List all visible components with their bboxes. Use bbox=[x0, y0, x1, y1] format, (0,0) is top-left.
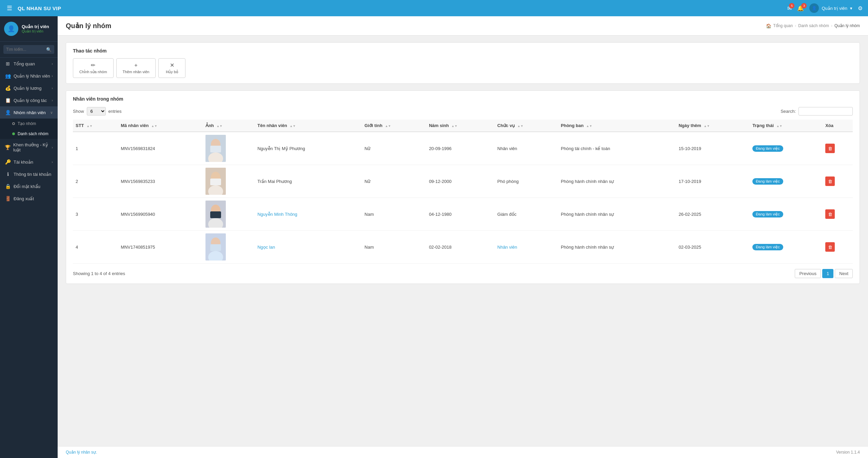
breadcrumb-danh-sach-nhom[interactable]: Danh sách nhóm bbox=[798, 23, 829, 28]
sidebar-item-khen-thuong[interactable]: 🏆 Khen thưởng - Kỷ luật › bbox=[0, 139, 58, 156]
cell-phong-ban: Phòng hành chính nhân sự bbox=[558, 165, 676, 198]
admin-info[interactable]: 👤 Quản trị viên ▾ bbox=[809, 3, 852, 13]
status-badge: Đang làm việc bbox=[752, 211, 783, 217]
cell-ma: MNV1569835233 bbox=[118, 165, 203, 198]
table-title: Nhân viên trong nhóm bbox=[73, 96, 853, 102]
mail-badge: 5 bbox=[789, 3, 794, 8]
table-body: 1 MNV1569831824 Nguyễn Thị Mỹ Phương Nữ … bbox=[73, 132, 853, 264]
sort-icon: ▲▼ bbox=[517, 124, 524, 128]
page-1-button[interactable]: 1 bbox=[822, 269, 833, 278]
content-header: Quản lý nhóm 🏠 Tổng quan › Danh sách nhó… bbox=[58, 16, 868, 36]
cell-stt: 1 bbox=[73, 132, 118, 165]
chinh-sua-nhom-button[interactable]: ✏ Chỉnh sửa nhóm bbox=[73, 58, 114, 78]
entries-label: entries bbox=[108, 109, 122, 114]
data-table: STT ▲▼ Mã nhân viên ▲▼ Ảnh ▲▼ Tên nhân v… bbox=[73, 120, 853, 264]
sidebar-item-label: Đăng xuất bbox=[14, 196, 34, 201]
search-label: Search: bbox=[781, 109, 796, 114]
cell-ngay-them: 17-10-2019 bbox=[676, 165, 750, 198]
sidebar-item-dang-xuat[interactable]: 🚪 Đăng xuất bbox=[0, 192, 58, 205]
sort-icon: ▲▼ bbox=[451, 124, 457, 128]
footer-link[interactable]: Quản lý nhân sự. bbox=[66, 450, 97, 455]
home-icon: 🏠 bbox=[766, 23, 771, 28]
header-left: ☰ QL NHAN SU VIP bbox=[5, 3, 61, 13]
cell-ten: Nguyễn Thị Mỹ Phương bbox=[255, 132, 362, 165]
sidebar-item-thong-tin[interactable]: ℹ Thông tin tài khoản bbox=[0, 168, 58, 180]
sidebar-item-quan-ly-luong[interactable]: 💰 Quản lý lương › bbox=[0, 82, 58, 94]
main-content: Quản lý nhóm 🏠 Tổng quan › Danh sách nhó… bbox=[58, 16, 868, 458]
employee-name-link[interactable]: Ngọc lan bbox=[257, 245, 275, 250]
sidebar-item-nhom-nhan-vien[interactable]: 👤 Nhóm nhân viên ∨ bbox=[0, 106, 58, 119]
sidebar-role: Quản trị viên bbox=[22, 29, 49, 34]
hamburger-button[interactable]: ☰ bbox=[5, 3, 14, 13]
work-icon: 📋 bbox=[5, 98, 11, 103]
svg-rect-3 bbox=[210, 146, 221, 152]
sidebar-item-tao-nhom[interactable]: Tạo nhóm bbox=[0, 119, 58, 129]
cell-anh bbox=[203, 165, 255, 198]
table-search-input[interactable] bbox=[798, 107, 853, 116]
col-nam-sinh: Năm sinh ▲▼ bbox=[426, 120, 495, 132]
sidebar-item-quan-ly-nhan-vien[interactable]: 👥 Quản lý Nhân viên › bbox=[0, 70, 58, 82]
header-right: ✉ 5 🔔 3 👤 Quản trị viên ▾ ⚙ bbox=[787, 3, 863, 13]
sidebar-user: 👤 Quản trị viên Quản trị viên bbox=[0, 16, 58, 42]
admin-avatar: 👤 bbox=[809, 3, 819, 13]
sidebar-item-quan-ly-cong-tac[interactable]: 📋 Quản lý công tác › bbox=[0, 94, 58, 106]
delete-button[interactable]: 🗑 bbox=[825, 242, 835, 252]
settings-button[interactable]: ⚙ bbox=[858, 5, 863, 12]
cell-nam-sinh: 04-12-1980 bbox=[426, 198, 495, 231]
col-anh: Ảnh ▲▼ bbox=[203, 120, 255, 132]
cell-nam-sinh: 09-12-2000 bbox=[426, 165, 495, 198]
sidebar-item-label: Quản lý công tác bbox=[14, 98, 47, 103]
password-icon: 🔒 bbox=[5, 184, 11, 189]
next-button[interactable]: Next bbox=[835, 269, 853, 278]
cell-ma: MNV1569831824 bbox=[118, 132, 203, 165]
content-body: Thao tác nhóm ✏ Chỉnh sửa nhóm + Thêm nh… bbox=[58, 36, 868, 446]
chevron-right-icon: › bbox=[52, 145, 53, 149]
previous-button[interactable]: Previous bbox=[795, 269, 821, 278]
them-label: Thêm nhân viên bbox=[123, 70, 150, 74]
pagination-buttons: Previous 1 Next bbox=[795, 269, 853, 278]
svg-rect-15 bbox=[210, 244, 221, 251]
cell-gioi-tinh: Nam bbox=[362, 198, 426, 231]
sidebar-item-tai-khoan[interactable]: 🔑 Tài khoản › bbox=[0, 156, 58, 168]
them-nhan-vien-button[interactable]: + Thêm nhân viên bbox=[116, 58, 156, 78]
sidebar-item-tong-quan[interactable]: ⊞ Tổng quan › bbox=[0, 58, 58, 70]
pagination-info: Showing 1 to 4 of 4 entries bbox=[73, 271, 125, 276]
bell-button[interactable]: 🔔 3 bbox=[797, 5, 804, 12]
cell-anh bbox=[203, 198, 255, 231]
delete-button[interactable]: 🗑 bbox=[825, 176, 835, 186]
chevron-down-icon: ▾ bbox=[850, 6, 852, 11]
table-row: 3 MNV1569905940 Nguyễn Minh Thông Nam 04… bbox=[73, 198, 853, 231]
cell-trang-thai: Đang làm việc bbox=[750, 132, 823, 165]
sidebar-item-danh-sach-nhom[interactable]: Danh sách nhóm bbox=[0, 129, 58, 139]
employee-photo bbox=[205, 135, 226, 162]
sort-icon: ▲▼ bbox=[290, 124, 296, 128]
sidebar-item-label: Nhóm nhân viên bbox=[14, 110, 46, 115]
col-ten: Tên nhân viên ▲▼ bbox=[255, 120, 362, 132]
sidebar-submenu-nhom: Tạo nhóm Danh sách nhóm bbox=[0, 119, 58, 139]
huy-bo-button[interactable]: ✕ Hủy bỏ bbox=[158, 58, 185, 78]
status-badge: Đang làm việc bbox=[752, 178, 783, 185]
cell-stt: 3 bbox=[73, 198, 118, 231]
delete-button[interactable]: 🗑 bbox=[825, 144, 835, 153]
sort-icon: ▲▼ bbox=[216, 124, 222, 128]
entries-select[interactable]: 6 10 25 50 100 bbox=[87, 107, 106, 116]
top-header: ☰ QL NHAN SU VIP ✉ 5 🔔 3 👤 Quản trị viên… bbox=[0, 0, 868, 16]
action-buttons: ✏ Chỉnh sửa nhóm + Thêm nhân viên ✕ Hủy … bbox=[73, 58, 853, 78]
cell-ngay-them: 02-03-2025 bbox=[676, 231, 750, 264]
breadcrumb-tong-quan[interactable]: Tổng quan bbox=[773, 23, 793, 28]
cell-stt: 4 bbox=[73, 231, 118, 264]
chuc-vu-link[interactable]: Nhân viên bbox=[497, 245, 517, 250]
sort-icon: ▲▼ bbox=[704, 124, 710, 128]
action-section: Thao tác nhóm ✏ Chỉnh sửa nhóm + Thêm nh… bbox=[66, 42, 860, 84]
sidebar-item-doi-mat-khau[interactable]: 🔒 Đổi mật khẩu bbox=[0, 180, 58, 192]
cell-phong-ban: Phòng hành chính nhân sự bbox=[558, 231, 676, 264]
cell-ten[interactable]: Ngọc lan bbox=[255, 231, 362, 264]
chinh-sua-label: Chỉnh sửa nhóm bbox=[79, 70, 107, 74]
mail-button[interactable]: ✉ 5 bbox=[787, 5, 792, 12]
cell-trang-thai: Đang làm việc bbox=[750, 198, 823, 231]
sidebar: 👤 Quản trị viên Quản trị viên 🔍 ⊞ Tổng q… bbox=[0, 16, 58, 458]
delete-button[interactable]: 🗑 bbox=[825, 209, 835, 219]
cell-ten[interactable]: Nguyễn Minh Thông bbox=[255, 198, 362, 231]
sort-icon: ▲▼ bbox=[776, 124, 783, 128]
employee-name-link[interactable]: Nguyễn Minh Thông bbox=[257, 212, 297, 217]
